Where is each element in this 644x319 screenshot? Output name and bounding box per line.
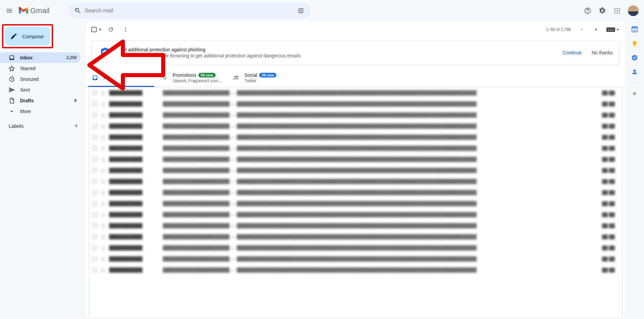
banner-title: Get additional protection against phishi… [119, 47, 555, 52]
apps-grid-icon [614, 7, 620, 14]
email-row[interactable]: ██████████ ████████████████████ — ██████… [89, 220, 622, 231]
select-all-toggle[interactable] [90, 25, 103, 34]
search-icon [74, 7, 82, 14]
svg-point-23 [634, 69, 636, 72]
plus-icon [631, 90, 638, 97]
chevron-right-icon [593, 26, 599, 33]
gmail-wordmark: Gmail [30, 6, 49, 15]
chevron-left-icon [579, 26, 585, 33]
tune-icon [297, 7, 305, 14]
tab-sublabel: Upwork, FragranceX.com, Bitbu... [173, 78, 223, 83]
tab-label: Primary [103, 75, 120, 81]
create-label-button[interactable] [73, 123, 79, 129]
checkbox-icon [91, 27, 97, 32]
banner-nothanks-button[interactable]: No thanks [592, 50, 613, 55]
support-button[interactable] [581, 4, 594, 17]
calendar-app-button[interactable]: 31 [631, 25, 638, 33]
nav-snoozed[interactable]: Snoozed [0, 74, 81, 85]
contacts-app-button[interactable] [631, 68, 638, 75]
more-vert-icon [123, 26, 129, 33]
chevron-down-icon [99, 29, 101, 31]
account-avatar[interactable] [628, 5, 639, 16]
sidepanel-divider [631, 83, 639, 83]
email-row[interactable]: ██████████ ████████████████████ — ██████… [89, 87, 622, 98]
svg-point-1 [587, 12, 588, 13]
app-header: Gmail [0, 0, 644, 21]
email-row[interactable]: ██████████ ████████████████████ — ██████… [89, 165, 622, 176]
email-row[interactable]: ██████████ ████████████████████ — ██████… [89, 242, 622, 253]
nav-label: Drafts [20, 98, 34, 103]
main-menu-button[interactable] [3, 4, 16, 17]
search-input[interactable] [85, 8, 294, 14]
svg-point-6 [616, 10, 617, 11]
banner-continue-button[interactable]: Continue [563, 50, 582, 55]
nav-inbox[interactable]: Inbox 2,259 [0, 52, 81, 63]
nav-starred[interactable]: Starred [0, 63, 81, 74]
nav-label: More [20, 109, 31, 114]
google-apps-button[interactable] [610, 4, 624, 17]
older-page-button[interactable] [590, 23, 603, 36]
email-row[interactable]: ██████████ ████████████████████ — ██████… [89, 154, 622, 165]
labels-section-header: Labels [0, 117, 86, 130]
tab-primary[interactable]: Primary [86, 68, 156, 87]
tab-badge: 29 new [259, 73, 276, 77]
svg-point-16 [235, 76, 236, 77]
labels-title: Labels [9, 123, 24, 129]
get-addons-button[interactable] [631, 90, 638, 97]
tab-social[interactable]: Social 29 new Twitter [227, 68, 297, 87]
svg-point-14 [125, 31, 126, 32]
email-row[interactable]: ██████████ ████████████████████ — ██████… [89, 209, 622, 220]
nav-count: 2,259 [66, 55, 77, 60]
email-row[interactable]: ██████████ ████████████████████ — ██████… [89, 253, 622, 264]
svg-point-17 [237, 76, 238, 77]
refresh-icon [108, 26, 114, 33]
tab-sublabel: Twitter [244, 78, 276, 83]
keep-icon [631, 40, 638, 47]
keep-app-button[interactable] [631, 40, 638, 47]
email-row[interactable]: ██████████ ████████████████████ — ██████… [89, 120, 622, 131]
email-row[interactable]: ██████████ ████████████████████ — ██████… [89, 98, 622, 109]
refresh-button[interactable] [104, 23, 118, 36]
email-row[interactable]: ██████████ ████████████████████ — ██████… [89, 264, 622, 275]
search-options-button[interactable] [294, 4, 308, 17]
inbox-icon [9, 55, 15, 61]
more-actions-button[interactable] [119, 23, 132, 36]
email-row[interactable]: ██████████ ████████████████████ — ██████… [89, 231, 622, 242]
newer-page-button[interactable] [575, 23, 588, 36]
email-row[interactable]: ██████████ ████████████████████ — ██████… [89, 109, 622, 120]
input-tools-button[interactable]: ▭▭ [604, 23, 621, 36]
search-button[interactable] [71, 4, 85, 17]
star-icon [9, 65, 15, 71]
svg-point-5 [614, 10, 615, 11]
settings-button[interactable] [596, 4, 609, 17]
pagination-info: 1–50 of 2,786 [546, 27, 571, 32]
email-list-blurred: /* rows generated below via script for b… [89, 87, 623, 319]
nav-more[interactable]: More [0, 106, 81, 117]
nav-sent[interactable]: Sent [0, 85, 81, 95]
gmail-icon [19, 7, 28, 14]
email-row[interactable]: ██████████ ████████████████████ — ██████… [89, 131, 622, 143]
email-row[interactable]: ██████████ ████████████████████ — ██████… [89, 143, 622, 154]
compose-button[interactable]: Compose [5, 27, 50, 46]
nav-drafts[interactable]: Drafts 9 [0, 95, 81, 106]
gmail-logo[interactable]: Gmail [19, 6, 66, 15]
tab-promotions[interactable]: Promotions 50 new Upwork, FragranceX.com… [156, 68, 227, 87]
tab-label: Social [244, 72, 257, 78]
svg-point-9 [616, 12, 617, 13]
clock-icon [9, 76, 15, 82]
email-row[interactable]: ██████████ ████████████████████ — ██████… [89, 198, 622, 209]
send-icon [9, 87, 15, 93]
tag-icon [163, 75, 167, 81]
header-actions [581, 4, 641, 17]
nav-count: 9 [74, 98, 77, 103]
email-row[interactable]: ██████████ ████████████████████ — ██████… [89, 176, 622, 187]
tasks-app-button[interactable] [631, 54, 638, 61]
shield-badge [98, 46, 112, 59]
nav-label: Starred [20, 66, 36, 71]
svg-point-2 [614, 8, 615, 9]
folder-nav: Inbox 2,259 Starred Snoozed Sent Drafts … [0, 52, 86, 117]
mail-toolbar: 1–50 of 2,786 ▭▭ [86, 21, 625, 38]
svg-point-7 [619, 10, 620, 11]
category-tabs: Primary Promotions 50 new Upwork, Fragra… [86, 68, 625, 87]
email-row[interactable]: ██████████ ████████████████████ — ██████… [89, 187, 622, 198]
